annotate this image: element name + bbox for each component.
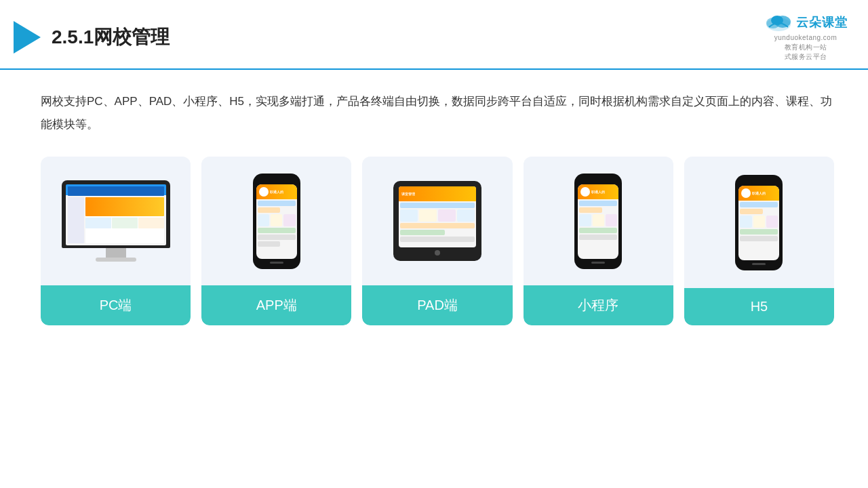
- page-title: 2.5.1网校管理: [52, 24, 170, 50]
- h5-phone-outer: 职通人的: [735, 175, 783, 270]
- pc-card-2: [112, 218, 138, 228]
- card-app: 职通人的: [201, 157, 351, 325]
- app-phone-notch: [269, 179, 284, 182]
- pad-tablet-outer: 课堂管理: [393, 181, 481, 261]
- pc-image-area: [41, 157, 191, 285]
- header: 2.5.1网校管理 云朵课堂 yunduoketang.com 教育机构一站 式…: [0, 0, 868, 70]
- app-row5: [258, 241, 281, 247]
- monitor-mockup: [62, 180, 170, 262]
- pad-tablet-screen: 课堂管理: [399, 186, 476, 247]
- monitor-stand: [106, 248, 126, 258]
- app-card-3: [283, 214, 295, 226]
- pad-label: PAD端: [362, 285, 512, 325]
- pad-card-2: [419, 209, 437, 222]
- app-label: APP端: [201, 285, 351, 325]
- mini-row3: [579, 228, 617, 233]
- app-row1: [258, 201, 296, 206]
- app-sc-text: 职通人的: [270, 190, 283, 194]
- h5-label: H5: [684, 288, 834, 325]
- app-phone-screen: 职通人的: [256, 184, 297, 259]
- card-pad: 课堂管理: [362, 157, 512, 325]
- pad-row2: [400, 223, 475, 228]
- app-sc-body: [256, 199, 297, 259]
- app-screen-content: 职通人的: [256, 184, 297, 259]
- h5-row1: [740, 202, 778, 207]
- pc-topbar: [68, 186, 164, 196]
- mini-row1: [579, 201, 617, 206]
- miniapp-phone-screen: 职通人的: [578, 184, 618, 259]
- app-image-area: 职通人的: [201, 157, 351, 285]
- h5-row4: [740, 236, 778, 241]
- pc-screen-content: [66, 184, 166, 245]
- miniapp-phone-notch: [591, 179, 606, 182]
- h5-phone-screen: 职通人的: [738, 186, 779, 260]
- monitor-base: [96, 258, 136, 262]
- pad-screen-content: 课堂管理: [399, 186, 476, 247]
- h5-sc-text: 职通人的: [752, 191, 766, 195]
- h5-card-1: [740, 216, 751, 228]
- play-icon: [14, 21, 41, 54]
- pad-sc-text: 课堂管理: [401, 192, 415, 196]
- app-sc-avatar: [259, 187, 269, 197]
- pad-card-1: [400, 209, 418, 222]
- pc-main-area: [85, 197, 164, 243]
- card-pc: PC端: [41, 157, 191, 325]
- h5-sc-body: [738, 201, 779, 260]
- card-h5: 职通人的: [684, 157, 834, 325]
- miniapp-phone-mockup: 职通人的: [574, 174, 622, 269]
- mini-card-1: [579, 214, 591, 226]
- miniapp-phone-outer: 职通人的: [574, 174, 622, 269]
- miniapp-image-area: 职通人的: [524, 157, 673, 285]
- miniapp-label: 小程序: [524, 285, 673, 325]
- pad-row4: [400, 237, 475, 242]
- pc-card-list: [85, 218, 164, 228]
- logo-area: 云朵课堂 yunduoketang.com 教育机构一站 式服务云平台: [764, 12, 848, 62]
- pad-card-row: [400, 209, 475, 222]
- pad-card-3: [438, 209, 456, 222]
- monitor-screen-outer: [62, 180, 170, 248]
- pc-banner: [85, 197, 164, 216]
- logo-domain: yunduoketang.com: [774, 34, 837, 41]
- mini-row4: [579, 235, 617, 240]
- pad-tablet-mockup: 课堂管理: [393, 181, 481, 261]
- miniapp-screen-content: 职通人的: [578, 184, 618, 259]
- pad-row3: [400, 230, 445, 235]
- h5-card-row: [740, 216, 778, 228]
- h5-row2: [740, 209, 763, 214]
- pad-image-area: 课堂管理: [362, 157, 512, 285]
- miniapp-sc-top: 职通人的: [578, 184, 618, 199]
- app-phone-outer: 职通人的: [253, 174, 300, 269]
- description-text: 网校支持PC、APP、PAD、小程序、H5，实现多端打通，产品各终端自由切换，数…: [41, 90, 834, 136]
- h5-sc-avatar: [741, 188, 751, 198]
- h5-phone-notch: [751, 180, 766, 184]
- monitor-screen-inner: [66, 184, 166, 245]
- mini-row2: [579, 207, 602, 213]
- pc-screen-body: [68, 197, 164, 243]
- pad-home-button: [435, 250, 440, 256]
- h5-card-3: [766, 216, 778, 228]
- pc-card-1: [85, 218, 111, 228]
- pad-card-4: [457, 209, 475, 222]
- pad-sc-body: [399, 201, 476, 247]
- mini-card-3: [606, 214, 617, 226]
- pc-card-3: [138, 218, 164, 228]
- logo-text-main: 云朵课堂: [796, 14, 848, 30]
- logo-cloud: 云朵课堂: [764, 12, 848, 33]
- main-content: 网校支持PC、APP、PAD、小程序、H5，实现多端打通，产品各终端自由切换，数…: [0, 70, 868, 339]
- mini-card-row: [579, 214, 617, 226]
- miniapp-sc-avatar: [580, 187, 590, 197]
- app-row2: [258, 207, 281, 213]
- app-card-1: [258, 214, 269, 226]
- pad-sc-top: 课堂管理: [399, 186, 476, 201]
- pad-row1: [400, 203, 475, 208]
- h5-image-area: 职通人的: [684, 157, 834, 288]
- h5-row3: [740, 229, 778, 235]
- app-row4: [258, 235, 296, 240]
- app-phone-mockup: 职通人的: [253, 174, 300, 269]
- app-row3: [258, 228, 296, 233]
- app-card-row: [258, 214, 296, 226]
- pc-label: PC端: [41, 285, 191, 325]
- miniapp-sc-body: [578, 199, 618, 259]
- app-home-indicator: [270, 262, 283, 264]
- app-sc-top: 职通人的: [256, 184, 297, 199]
